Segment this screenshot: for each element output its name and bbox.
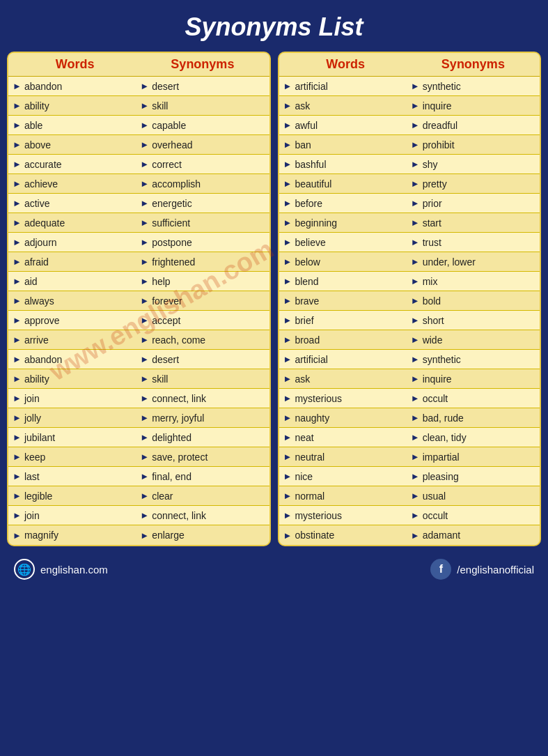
arrow-icon: ►	[140, 510, 149, 520]
synonym-cell: ► forever	[139, 295, 266, 307]
synonym-text: final, end	[152, 471, 191, 482]
table-row: ► achieve ► accomplish	[8, 174, 269, 194]
synonym-cell: ► under, lower	[409, 256, 537, 268]
word-cell: ► join	[11, 393, 139, 404]
synonym-text: pleasing	[423, 471, 459, 482]
arrow-icon: ►	[283, 315, 292, 325]
synonym-cell: ► occult	[409, 393, 537, 404]
synonym-cell: ► trust	[409, 237, 537, 248]
synonym-cell: ► sufficient	[139, 217, 266, 229]
word-text: blend	[295, 276, 318, 287]
word-cell: ► awful	[282, 120, 409, 131]
table-row: ► nice ► pleasing	[279, 467, 540, 486]
synonym-cell: ► accept	[139, 315, 266, 326]
word-text: above	[24, 139, 51, 151]
synonym-text: impartial	[423, 452, 460, 463]
word-cell: ► accurate	[11, 159, 139, 170]
table-row: ► naughty ► bad, rude	[279, 408, 540, 428]
word-text: normal	[295, 491, 324, 502]
synonym-text: overhead	[152, 139, 192, 151]
synonym-cell: ► inquire	[409, 100, 537, 111]
arrow-icon: ►	[13, 237, 22, 247]
synonym-text: energetic	[152, 198, 192, 209]
word-cell: ► keep	[11, 452, 139, 463]
arrow-icon: ►	[411, 334, 420, 345]
word-cell: ► mysterious	[282, 393, 409, 404]
word-text: join	[24, 510, 40, 521]
arrow-icon: ►	[140, 471, 149, 481]
word-text: ability	[24, 373, 49, 385]
arrow-icon: ►	[283, 276, 292, 286]
right-words-header: Words	[282, 57, 409, 72]
synonym-text: forever	[152, 295, 182, 307]
arrow-icon: ►	[13, 198, 22, 208]
arrow-icon: ►	[411, 315, 420, 325]
word-cell: ► beautiful	[282, 178, 409, 190]
synonym-text: short	[423, 315, 444, 326]
word-cell: ► active	[11, 198, 139, 209]
arrow-icon: ►	[140, 373, 149, 384]
arrow-icon: ►	[283, 530, 292, 541]
table-row: ► afraid ► frightened	[8, 252, 269, 272]
word-text: able	[24, 120, 42, 131]
right-table-header: Words Synonyms	[279, 53, 540, 77]
right-table: Words Synonyms ► artificial ► synthetic …	[278, 52, 542, 546]
synonym-cell: ► synthetic	[409, 81, 537, 92]
synonym-cell: ► prohibit	[409, 139, 537, 151]
left-synonyms-header: Synonyms	[139, 57, 266, 72]
word-cell: ► blend	[282, 276, 409, 287]
synonym-cell: ► enlarge	[139, 530, 266, 541]
synonym-text: usual	[423, 491, 446, 502]
arrow-icon: ►	[283, 373, 292, 384]
table-row: ► brief ► short	[279, 311, 540, 330]
word-text: ask	[295, 100, 310, 111]
synonym-cell: ► synthetic	[409, 354, 537, 365]
table-row: ► legible ► clear	[8, 486, 269, 506]
synonym-text: mix	[423, 276, 438, 287]
synonym-cell: ► energetic	[139, 198, 266, 209]
arrow-icon: ►	[13, 334, 22, 345]
table-row: ► below ► under, lower	[279, 252, 540, 272]
arrow-icon: ►	[283, 237, 292, 247]
arrow-icon: ►	[140, 276, 149, 286]
arrow-icon: ►	[13, 412, 22, 423]
table-row: ► join ► connect, link	[8, 389, 269, 408]
table-row: ► accurate ► correct	[8, 155, 269, 174]
word-text: join	[24, 393, 40, 404]
table-row: ► aid ► help	[8, 272, 269, 291]
arrow-icon: ►	[140, 295, 149, 306]
synonym-cell: ► occult	[409, 510, 537, 521]
word-cell: ► adequate	[11, 217, 139, 229]
arrow-icon: ►	[283, 178, 292, 189]
synonym-cell: ► connect, link	[139, 393, 266, 404]
word-cell: ► aid	[11, 276, 139, 287]
synonym-cell: ► start	[409, 217, 537, 229]
word-text: legible	[24, 491, 52, 502]
table-row: ► active ► energetic	[8, 194, 269, 213]
arrow-icon: ►	[13, 471, 22, 481]
synonym-cell: ► usual	[409, 491, 537, 502]
table-row: ► artificial ► synthetic	[279, 77, 540, 96]
synonym-text: desert	[152, 354, 179, 365]
arrow-icon: ►	[283, 295, 292, 306]
arrow-icon: ►	[140, 530, 149, 541]
synonym-text: sufficient	[152, 217, 190, 229]
word-text: arrive	[24, 334, 49, 346]
synonym-cell: ► final, end	[139, 471, 266, 482]
arrow-icon: ►	[13, 178, 22, 189]
word-text: beginning	[295, 217, 337, 229]
word-text: mysterious	[295, 510, 342, 521]
synonym-cell: ► help	[139, 276, 266, 287]
table-row: ► approve ► accept	[8, 311, 269, 330]
word-cell: ► adjourn	[11, 237, 139, 248]
word-text: neat	[295, 432, 313, 443]
arrow-icon: ►	[411, 120, 420, 130]
word-cell: ► artificial	[282, 354, 409, 365]
synonym-text: prohibit	[423, 139, 455, 151]
word-cell: ► arrive	[11, 334, 139, 346]
synonym-text: synthetic	[423, 354, 461, 365]
table-row: ► ability ► skill	[8, 96, 269, 116]
synonym-cell: ► inquire	[409, 373, 537, 385]
arrow-icon: ►	[140, 412, 149, 423]
word-cell: ► mysterious	[282, 510, 409, 521]
